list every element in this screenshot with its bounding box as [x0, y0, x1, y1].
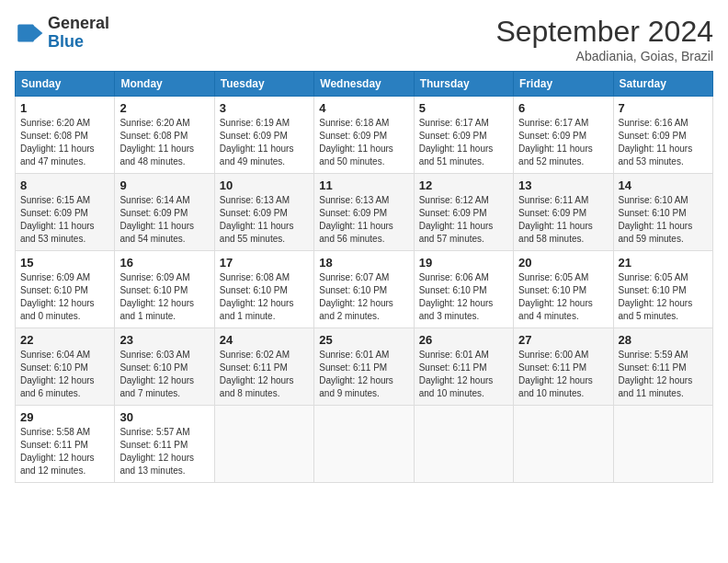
day-number: 26	[419, 333, 508, 347]
day-number: 27	[518, 333, 608, 347]
table-row: 13Sunrise: 6:11 AMSunset: 6:09 PMDayligh…	[514, 174, 613, 251]
table-row: 1Sunrise: 6:20 AMSunset: 6:08 PMDaylight…	[16, 97, 115, 174]
table-row: 28Sunrise: 5:59 AMSunset: 6:11 PMDayligh…	[613, 328, 712, 406]
day-number: 3	[220, 101, 309, 115]
day-number: 22	[20, 333, 109, 347]
col-monday: Monday	[115, 72, 214, 97]
table-row: 17Sunrise: 6:08 AMSunset: 6:10 PMDayligh…	[214, 251, 313, 328]
title-block: September 2024 Abadiania, Goias, Brazil	[495, 15, 713, 63]
day-number: 10	[220, 178, 309, 192]
day-info: Sunrise: 6:16 AMSunset: 6:09 PMDaylight:…	[619, 117, 708, 168]
day-info: Sunrise: 6:02 AMSunset: 6:11 PMDaylight:…	[220, 349, 309, 400]
col-wednesday: Wednesday	[314, 72, 414, 97]
day-info: Sunrise: 5:59 AMSunset: 6:11 PMDaylight:…	[619, 349, 708, 400]
svg-marker-0	[32, 24, 42, 41]
day-info: Sunrise: 6:19 AMSunset: 6:09 PMDaylight:…	[220, 117, 309, 168]
table-row: 29Sunrise: 5:58 AMSunset: 6:11 PMDayligh…	[16, 406, 115, 483]
day-info: Sunrise: 5:57 AMSunset: 6:11 PMDaylight:…	[119, 426, 209, 477]
day-info: Sunrise: 6:17 AMSunset: 6:09 PMDaylight:…	[419, 117, 508, 168]
day-number: 17	[220, 256, 309, 270]
day-number: 13	[518, 178, 608, 192]
day-info: Sunrise: 6:20 AMSunset: 6:08 PMDaylight:…	[20, 117, 109, 168]
day-number: 1	[20, 101, 109, 115]
svg-rect-1	[17, 24, 34, 41]
col-thursday: Thursday	[414, 72, 513, 97]
calendar-header: Sunday Monday Tuesday Wednesday Thursday…	[16, 72, 713, 97]
day-number: 12	[419, 178, 508, 192]
day-info: Sunrise: 6:20 AMSunset: 6:08 PMDaylight:…	[119, 117, 209, 168]
logo-general: General	[48, 14, 109, 32]
logo-text: General Blue	[48, 15, 109, 52]
day-number: 16	[119, 256, 209, 270]
day-info: Sunrise: 6:18 AMSunset: 6:09 PMDaylight:…	[319, 117, 408, 168]
day-info: Sunrise: 6:15 AMSunset: 6:09 PMDaylight:…	[20, 194, 109, 246]
table-row: 11Sunrise: 6:13 AMSunset: 6:09 PMDayligh…	[314, 174, 414, 251]
day-info: Sunrise: 6:09 AMSunset: 6:10 PMDaylight:…	[20, 271, 109, 323]
day-number: 18	[319, 256, 408, 270]
logo-blue: Blue	[48, 32, 84, 51]
day-number: 4	[319, 101, 408, 115]
location-subtitle: Abadiania, Goias, Brazil	[495, 49, 713, 63]
table-row: 9Sunrise: 6:14 AMSunset: 6:09 PMDaylight…	[115, 174, 214, 251]
day-number: 23	[119, 333, 209, 347]
table-row: 23Sunrise: 6:03 AMSunset: 6:10 PMDayligh…	[115, 328, 214, 406]
table-row: 6Sunrise: 6:17 AMSunset: 6:09 PMDaylight…	[514, 97, 613, 174]
day-number: 5	[419, 101, 508, 115]
day-info: Sunrise: 6:03 AMSunset: 6:10 PMDaylight:…	[119, 349, 209, 400]
day-number: 25	[319, 333, 408, 347]
day-info: Sunrise: 5:58 AMSunset: 6:11 PMDaylight:…	[20, 426, 109, 477]
table-row: 25Sunrise: 6:01 AMSunset: 6:11 PMDayligh…	[314, 328, 414, 406]
table-row: 15Sunrise: 6:09 AMSunset: 6:10 PMDayligh…	[16, 251, 115, 328]
page-header: General Blue September 2024 Abadiania, G…	[15, 15, 713, 63]
day-number: 6	[518, 101, 608, 115]
header-row: Sunday Monday Tuesday Wednesday Thursday…	[16, 72, 713, 97]
calendar-week-row: 1Sunrise: 6:20 AMSunset: 6:08 PMDaylight…	[16, 97, 713, 174]
logo-icon	[15, 18, 44, 48]
calendar-week-row: 8Sunrise: 6:15 AMSunset: 6:09 PMDaylight…	[16, 174, 713, 251]
day-number: 19	[419, 256, 508, 270]
col-tuesday: Tuesday	[214, 72, 313, 97]
logo: General Blue	[15, 15, 109, 52]
col-sunday: Sunday	[16, 72, 115, 97]
table-row: 12Sunrise: 6:12 AMSunset: 6:09 PMDayligh…	[414, 174, 513, 251]
table-row	[414, 406, 513, 483]
day-number: 30	[119, 410, 209, 424]
day-info: Sunrise: 6:11 AMSunset: 6:09 PMDaylight:…	[518, 194, 608, 246]
table-row: 21Sunrise: 6:05 AMSunset: 6:10 PMDayligh…	[613, 251, 712, 328]
day-number: 20	[518, 256, 608, 270]
day-info: Sunrise: 6:01 AMSunset: 6:11 PMDaylight:…	[319, 349, 408, 400]
day-number: 8	[20, 178, 109, 192]
day-number: 14	[619, 178, 708, 192]
table-row: 14Sunrise: 6:10 AMSunset: 6:10 PMDayligh…	[613, 174, 712, 251]
table-row: 8Sunrise: 6:15 AMSunset: 6:09 PMDaylight…	[16, 174, 115, 251]
calendar-week-row: 22Sunrise: 6:04 AMSunset: 6:10 PMDayligh…	[16, 328, 713, 406]
calendar-body: 1Sunrise: 6:20 AMSunset: 6:08 PMDaylight…	[16, 97, 713, 483]
day-info: Sunrise: 6:08 AMSunset: 6:10 PMDaylight:…	[220, 271, 309, 323]
table-row: 3Sunrise: 6:19 AMSunset: 6:09 PMDaylight…	[214, 97, 313, 174]
table-row: 5Sunrise: 6:17 AMSunset: 6:09 PMDaylight…	[414, 97, 513, 174]
table-row	[214, 406, 313, 483]
day-number: 28	[619, 333, 708, 347]
table-row: 20Sunrise: 6:05 AMSunset: 6:10 PMDayligh…	[514, 251, 613, 328]
col-friday: Friday	[514, 72, 613, 97]
table-row	[514, 406, 613, 483]
day-number: 2	[119, 101, 209, 115]
day-info: Sunrise: 6:05 AMSunset: 6:10 PMDaylight:…	[619, 271, 708, 323]
day-info: Sunrise: 6:00 AMSunset: 6:11 PMDaylight:…	[518, 349, 608, 400]
calendar-week-row: 29Sunrise: 5:58 AMSunset: 6:11 PMDayligh…	[16, 406, 713, 483]
table-row: 18Sunrise: 6:07 AMSunset: 6:10 PMDayligh…	[314, 251, 414, 328]
day-info: Sunrise: 6:13 AMSunset: 6:09 PMDaylight:…	[220, 194, 309, 246]
table-row: 27Sunrise: 6:00 AMSunset: 6:11 PMDayligh…	[514, 328, 613, 406]
day-info: Sunrise: 6:01 AMSunset: 6:11 PMDaylight:…	[419, 349, 508, 400]
day-number: 24	[220, 333, 309, 347]
day-number: 9	[119, 178, 209, 192]
day-number: 7	[619, 101, 708, 115]
col-saturday: Saturday	[613, 72, 712, 97]
table-row: 4Sunrise: 6:18 AMSunset: 6:09 PMDaylight…	[314, 97, 414, 174]
day-info: Sunrise: 6:07 AMSunset: 6:10 PMDaylight:…	[319, 271, 408, 323]
day-info: Sunrise: 6:05 AMSunset: 6:10 PMDaylight:…	[518, 271, 608, 323]
table-row: 19Sunrise: 6:06 AMSunset: 6:10 PMDayligh…	[414, 251, 513, 328]
day-info: Sunrise: 6:12 AMSunset: 6:09 PMDaylight:…	[419, 194, 508, 246]
table-row	[314, 406, 414, 483]
day-info: Sunrise: 6:13 AMSunset: 6:09 PMDaylight:…	[319, 194, 408, 246]
